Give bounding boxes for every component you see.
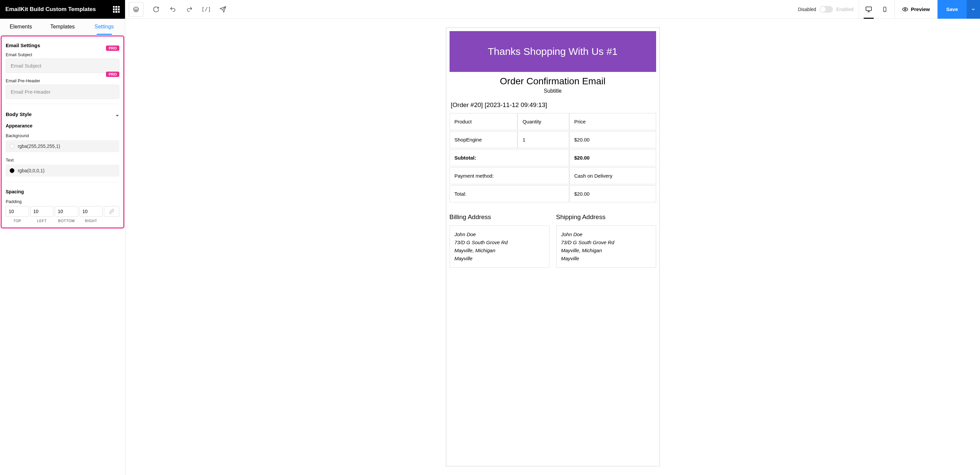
th-quantity: Quantity <box>517 113 569 130</box>
label-text: Text <box>6 158 119 164</box>
order-line: [Order #20] [2023-11-12 09:49:13] <box>450 101 656 109</box>
label-email-subject: Email Subject <box>6 51 119 59</box>
save-dropdown[interactable] <box>967 0 980 19</box>
enable-toggle-group: Disabled Enabled <box>792 0 859 19</box>
sidebar: EmailKit Build Custom Templates Elements… <box>0 0 125 475</box>
chevron-down-icon: ⌄ <box>115 112 119 117</box>
td-qty: 1 <box>517 131 569 148</box>
toggle-label-enabled: Enabled <box>836 7 853 12</box>
preview-button[interactable]: Preview <box>895 0 937 19</box>
pro-badge: PRO <box>106 72 119 77</box>
swatch-icon <box>10 144 14 148</box>
label-background: Background <box>6 133 119 140</box>
padding-bottom-input[interactable]: 10 <box>55 206 78 217</box>
refresh-icon[interactable] <box>149 2 164 17</box>
pad-label-top: TOP <box>6 219 29 223</box>
td-total-value: $20.00 <box>569 185 656 202</box>
pad-label-bottom: BOTTOM <box>55 219 78 223</box>
tab-elements[interactable]: Elements <box>0 19 42 35</box>
desktop-icon[interactable] <box>864 2 874 17</box>
label-email-preheader: Email Pre-Header <box>6 78 119 84</box>
app-title: EmailKit Build Custom Templates <box>5 6 96 13</box>
billing-address: John Doe 73/D G South Grove Rd Mayville,… <box>450 225 549 268</box>
email-title: Order Confirmation Email <box>450 76 656 87</box>
apps-grid-icon[interactable] <box>113 6 120 13</box>
pro-badge: PRO <box>106 46 119 51</box>
email-preheader-input[interactable] <box>6 84 119 99</box>
td-payment-label: Payment method: <box>450 167 569 184</box>
td-payment-value: Cash on Delivery <box>569 167 656 184</box>
save-button[interactable]: Save <box>937 0 967 19</box>
pad-label-left: LEFT <box>30 219 54 223</box>
color-value: rgba(255,255,255,1) <box>18 143 60 149</box>
td-subtotal-value: $20.00 <box>569 149 656 166</box>
device-switcher <box>859 0 895 19</box>
pad-label-right: RIGHT <box>80 219 103 223</box>
shipping-address: John Doe 73/D G South Grove Rd Mayville,… <box>556 225 656 268</box>
tab-templates[interactable]: Templates <box>42 19 84 35</box>
section-email-settings[interactable]: Email Settings ⌄ <box>6 39 119 51</box>
email-banner: Thanks Shopping With Us #1 <box>450 31 656 72</box>
td-product: ShopEngine <box>450 131 518 148</box>
eye-icon <box>902 6 908 13</box>
label-padding: Padding <box>6 199 119 206</box>
mobile-icon[interactable] <box>880 2 890 17</box>
send-icon[interactable] <box>216 2 230 17</box>
toggle-label-disabled: Disabled <box>798 7 816 12</box>
main-area: [/] Disabled Enabled Preview Save <box>125 0 980 475</box>
padding-inputs: 10 10 10 10 <box>6 206 119 217</box>
undo-icon[interactable] <box>165 2 180 17</box>
email-subtitle: Subtitle <box>450 88 656 94</box>
preview-label: Preview <box>911 6 930 12</box>
padding-left-input[interactable]: 10 <box>30 206 54 217</box>
link-values-icon[interactable] <box>104 206 119 217</box>
color-value: rgba(0,0,0,1) <box>18 168 45 173</box>
section-body-style[interactable]: Body Style ⌄ <box>6 108 119 120</box>
sidebar-tabs: Elements Templates Settings <box>0 19 125 35</box>
td-subtotal-label: Subtotal: <box>450 149 569 166</box>
section-title: Body Style <box>6 112 32 117</box>
td-total-label: Total: <box>450 185 569 202</box>
email-preview: Thanks Shopping With Us #1 Order Confirm… <box>446 27 660 466</box>
padding-top-input[interactable]: 10 <box>6 206 29 217</box>
td-price: $20.00 <box>569 131 656 148</box>
svg-rect-1 <box>866 7 872 10</box>
order-table: Product Quantity Price ShopEngine 1 $20.… <box>450 112 656 203</box>
section-title: Email Settings <box>6 43 40 48</box>
redo-icon[interactable] <box>182 2 197 17</box>
billing-title: Billing Address <box>450 214 549 221</box>
th-price: Price <box>569 113 656 130</box>
wordpress-logo-icon[interactable] <box>129 2 143 17</box>
text-color-picker[interactable]: rgba(0,0,0,1) <box>6 164 119 177</box>
tab-settings[interactable]: Settings <box>83 19 125 35</box>
toolbar: [/] Disabled Enabled Preview Save <box>125 0 980 19</box>
email-subject-input[interactable] <box>6 59 119 73</box>
canvas[interactable]: Thanks Shopping With Us #1 Order Confirm… <box>125 19 980 475</box>
th-product: Product <box>450 113 518 130</box>
padding-right-input[interactable]: 10 <box>80 206 103 217</box>
spacing-heading: Spacing <box>6 186 119 199</box>
enable-toggle[interactable] <box>819 6 833 13</box>
shipping-title: Shipping Address <box>556 214 656 221</box>
settings-highlight: Email Settings ⌄ Email Subject PRO Email… <box>1 35 124 228</box>
svg-point-3 <box>904 8 906 10</box>
chevron-down-icon <box>971 7 976 12</box>
shortcode-icon[interactable]: [/] <box>199 2 213 17</box>
sidebar-header: EmailKit Build Custom Templates <box>0 0 125 19</box>
background-color-picker[interactable]: rgba(255,255,255,1) <box>6 140 119 152</box>
swatch-icon <box>10 168 14 173</box>
appearance-heading: Appearance <box>6 120 119 133</box>
